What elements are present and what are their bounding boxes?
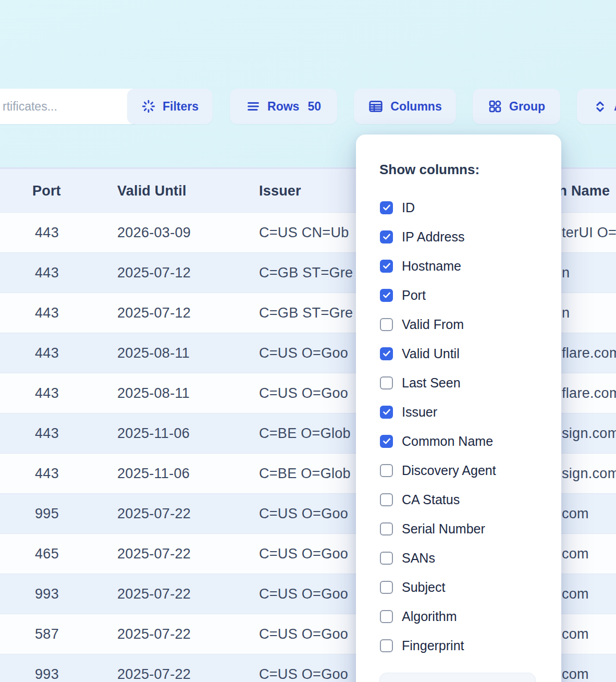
cell-common-name: com [562, 546, 589, 562]
column-toggle-item[interactable]: Valid Until [356, 339, 561, 368]
column-checkbox[interactable] [380, 406, 393, 419]
cell-common-name: flare.com [562, 345, 616, 361]
table-columns-icon [368, 99, 384, 114]
column-toggle-label: ID [402, 200, 415, 215]
cell-port: 443 [29, 345, 65, 361]
column-toggle-item[interactable]: IP Address [356, 222, 561, 251]
column-checkbox[interactable] [380, 376, 393, 389]
column-checkbox[interactable] [380, 318, 393, 331]
cell-common-name: com [562, 586, 589, 602]
column-checkbox[interactable] [380, 639, 393, 652]
column-toggle-label: Common Name [402, 434, 493, 449]
cell-issuer: C=US O=Goo [259, 506, 348, 522]
cell-common-name: sign.com [562, 466, 616, 482]
column-checkbox[interactable] [380, 260, 393, 273]
sort-button[interactable]: A [577, 89, 616, 124]
column-toggle-label: Hostname [402, 259, 461, 274]
column-toggle-item[interactable]: Valid From [356, 310, 561, 339]
cell-port: 443 [29, 305, 65, 321]
column-checkbox[interactable] [380, 581, 393, 594]
rows-button[interactable]: Rows 50 [230, 89, 337, 124]
cell-issuer: C=BE O=Glob [259, 425, 351, 442]
cell-valid-until: 2026-03-09 [117, 225, 191, 241]
column-toggle-label: CA Status [402, 492, 460, 507]
column-toggle-label: Discovery Agent [402, 463, 496, 478]
cell-issuer: C=US O=Goo [259, 546, 348, 562]
cell-port: 995 [29, 506, 65, 522]
column-checkbox[interactable] [380, 464, 393, 477]
cell-valid-until: 2025-08-11 [117, 345, 190, 361]
column-toggle-item[interactable]: Discovery Agent [356, 456, 561, 485]
column-toggle-item[interactable]: Port [356, 281, 561, 310]
cell-valid-until: 2025-07-22 [117, 546, 191, 562]
cell-common-name: sign.com [562, 425, 616, 442]
column-toggle-label: IP Address [402, 229, 464, 245]
column-checkbox[interactable] [380, 289, 393, 302]
search-input[interactable] [0, 89, 139, 124]
group-button[interactable]: Group [473, 89, 560, 124]
cell-issuer: C=GB ST=Gre [259, 305, 353, 321]
column-toggle-label: Valid Until [402, 346, 460, 361]
cell-valid-until: 2025-11-06 [117, 425, 190, 442]
column-checkbox[interactable] [380, 347, 393, 360]
cell-common-name: flare.com [562, 385, 616, 401]
column-toggle-label: Algorithm [402, 609, 457, 624]
column-toggle-item[interactable]: Serial Number [356, 514, 561, 543]
cell-issuer: C=GB ST=Gre [259, 265, 353, 281]
cell-port: 443 [29, 225, 65, 241]
check-icon [382, 349, 391, 358]
column-toggle-item[interactable]: Fingerprint [356, 631, 561, 660]
column-toggle-label: Issuer [402, 405, 437, 420]
cell-issuer: C=US O=Goo [259, 586, 348, 602]
column-header-valid-until[interactable]: Valid Until [117, 182, 187, 199]
cell-issuer: C=US O=Goo [259, 666, 348, 682]
column-toggle-item[interactable]: Common Name [356, 427, 561, 456]
column-toggle-item[interactable]: SANs [356, 543, 561, 573]
cell-valid-until: 2025-07-22 [117, 666, 191, 682]
check-icon [382, 290, 391, 300]
filters-button[interactable]: Filters [127, 89, 213, 124]
column-toggle-item[interactable]: ID [356, 193, 561, 222]
check-icon [382, 407, 391, 417]
check-icon [382, 203, 391, 212]
cell-valid-until: 2025-11-06 [117, 466, 190, 482]
column-checkbox[interactable] [380, 230, 393, 243]
reset-button[interactable]: Reset [379, 673, 536, 682]
column-toggle-label: Fingerprint [402, 638, 464, 653]
columns-dropdown-title: Show columns: [379, 162, 479, 178]
cell-valid-until: 2025-07-22 [117, 586, 191, 602]
cell-common-name: com [562, 666, 589, 682]
columns-button[interactable]: Columns [354, 89, 456, 124]
cell-common-name: com [562, 506, 589, 522]
cell-issuer: C=US CN=Ub [259, 225, 349, 241]
column-checkbox[interactable] [380, 610, 393, 623]
cell-port: 443 [29, 385, 65, 401]
column-checkbox[interactable] [380, 201, 393, 214]
cell-common-name: n [562, 305, 570, 321]
column-checkbox[interactable] [380, 552, 393, 565]
cell-valid-until: 2025-07-12 [117, 305, 191, 321]
column-toggle-item[interactable]: Last Seen [356, 368, 561, 397]
rows-count-value: 50 [307, 100, 321, 114]
column-toggle-item[interactable]: Subject [356, 573, 561, 602]
column-toggle-item[interactable]: Issuer [356, 397, 561, 427]
column-header-issuer[interactable]: Issuer [259, 182, 301, 199]
column-checkbox[interactable] [380, 435, 393, 448]
cell-valid-until: 2025-07-22 [117, 626, 191, 642]
check-icon [382, 232, 391, 241]
cell-port: 443 [29, 265, 65, 281]
cell-port: 993 [29, 586, 65, 602]
column-toggle-label: Serial Number [402, 521, 485, 537]
column-header-port[interactable]: Port [32, 182, 61, 199]
column-toggle-label: Port [402, 288, 426, 303]
column-checkbox[interactable] [380, 522, 393, 535]
group-squares-icon [488, 99, 502, 114]
cell-issuer: C=BE O=Glob [259, 466, 351, 482]
column-toggle-label: Subject [402, 580, 445, 595]
column-checkbox[interactable] [380, 493, 393, 506]
column-toggle-label: SANs [402, 551, 435, 566]
column-toggle-item[interactable]: Hostname [356, 251, 561, 281]
column-toggle-item[interactable]: CA Status [356, 485, 561, 514]
column-toggle-item[interactable]: Algorithm [356, 602, 561, 631]
cell-common-name: com [562, 626, 589, 642]
